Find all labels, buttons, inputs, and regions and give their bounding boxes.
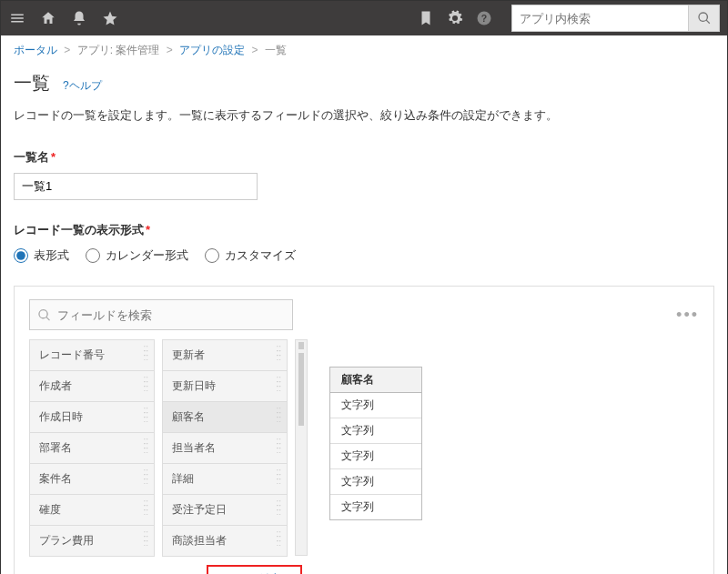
add-all-button[interactable]: すべて追加 [207, 565, 302, 574]
preview-row: 文字列 [330, 418, 421, 444]
preview-row: 文字列 [330, 495, 421, 519]
name-label: 一覧名* [14, 149, 714, 166]
field-item[interactable]: 商談担当者:::::: [162, 525, 288, 557]
menu-icon[interactable] [8, 9, 26, 27]
field-item[interactable]: 受注予定日:::::: [162, 494, 288, 526]
radio-custom[interactable]: カスタマイズ [205, 247, 296, 264]
field-item[interactable]: プラン費用:::::: [29, 525, 155, 557]
page-description: レコードの一覧を設定します。一覧に表示するフィールドの選択や、絞り込み条件の設定… [14, 108, 714, 124]
preview-header: 顧客名 [330, 368, 421, 393]
bell-icon[interactable] [70, 9, 88, 27]
field-item[interactable]: 作成日時:::::: [29, 401, 155, 433]
breadcrumb-current: 一覧 [265, 44, 287, 56]
field-item[interactable]: 詳細:::::: [162, 463, 288, 495]
breadcrumb-settings[interactable]: アプリの設定 [179, 44, 245, 56]
display-label: レコード一覧の表示形式* [14, 222, 714, 238]
field-search-input[interactable] [57, 308, 285, 322]
field-item[interactable]: 作成者:::::: [29, 370, 155, 402]
field-search[interactable] [29, 299, 293, 330]
preview-row: 文字列 [330, 393, 421, 418]
svg-text:?: ? [481, 13, 487, 24]
list-name-input[interactable] [14, 173, 258, 200]
preview-row: 文字列 [330, 469, 421, 495]
breadcrumb-app: アプリ: 案件管理 [77, 44, 160, 56]
field-item[interactable]: 更新日時:::::: [162, 370, 288, 402]
preview-row: 文字列 [330, 444, 421, 469]
star-icon[interactable] [101, 9, 119, 27]
field-item[interactable]: 更新者:::::: [162, 339, 288, 371]
radio-table[interactable]: 表形式 [14, 247, 69, 264]
radio-calendar[interactable]: カレンダー形式 [86, 247, 188, 264]
field-item[interactable]: 顧客名:::::: [162, 401, 288, 433]
gear-icon[interactable] [446, 9, 464, 27]
breadcrumb-portal[interactable]: ポータル [14, 44, 57, 56]
more-icon[interactable]: ••• [676, 306, 699, 325]
help-link[interactable]: ?ヘルプ [63, 78, 102, 94]
help-icon[interactable]: ? [475, 9, 493, 27]
field-scrollbar[interactable] [295, 339, 308, 556]
preview-table: 顧客名 文字列文字列文字列文字列文字列 [329, 367, 422, 520]
field-item[interactable]: 部署名:::::: [29, 432, 155, 464]
app-search-input[interactable] [511, 5, 689, 32]
page-title: 一覧 [14, 71, 50, 96]
home-icon[interactable] [39, 9, 57, 27]
app-search-button[interactable] [689, 5, 720, 32]
field-item[interactable]: 担当者名:::::: [162, 432, 288, 464]
field-item[interactable]: 案件名:::::: [29, 463, 155, 495]
breadcrumb: ポータル > アプリ: 案件管理 > アプリの設定 > 一覧 [1, 35, 727, 65]
field-item[interactable]: レコード番号:::::: [29, 339, 155, 371]
bookmark-icon[interactable] [417, 9, 435, 27]
field-item[interactable]: 確度:::::: [29, 494, 155, 526]
